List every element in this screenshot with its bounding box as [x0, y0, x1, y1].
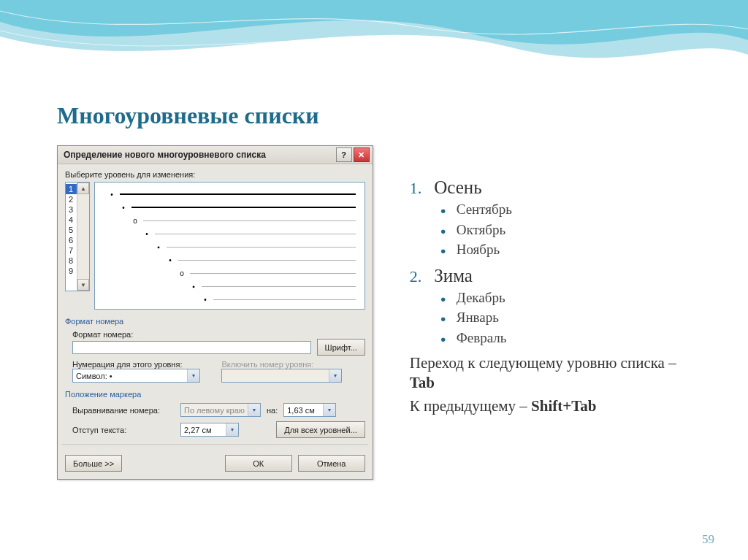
chevron-down-icon: ▾ — [187, 369, 199, 382]
at-spinner[interactable]: 1,63 см ▾ — [283, 403, 336, 417]
font-button[interactable]: Шрифт... — [317, 339, 365, 356]
level-scrollbar[interactable]: ▲ ▼ — [77, 183, 89, 291]
scroll-down-icon[interactable]: ▼ — [77, 279, 89, 291]
question-icon: ? — [341, 150, 346, 159]
chevron-down-icon: ▾ — [248, 404, 260, 416]
help-button[interactable]: ? — [336, 147, 352, 162]
number-format-group-label: Формат номера — [65, 317, 365, 326]
include-level-label: Включить номер уровня: — [221, 360, 365, 369]
all-levels-button[interactable]: Для всех уровней... — [276, 421, 365, 438]
list-subitem: Октябрь — [440, 220, 704, 240]
chevron-down-icon: ▾ — [329, 369, 341, 382]
close-icon: ✕ — [358, 150, 365, 160]
list-item: 1. Осень Сентябрь Октябрь Ноябрь — [410, 177, 704, 260]
align-combo[interactable]: По левому краю ▾ — [180, 403, 261, 417]
multilevel-list-dialog: Определение нового многоуровневого списк… — [57, 145, 373, 480]
more-button[interactable]: Больше >> — [65, 455, 122, 472]
number-format-input[interactable] — [72, 341, 311, 354]
level-listbox[interactable]: 1 2 3 4 5 6 7 8 9 ▲ ▼ — [65, 182, 90, 291]
ok-button[interactable]: ОК — [225, 455, 292, 472]
hint-next-level: Переход к следующему уровню списка – Tab — [410, 353, 704, 392]
list-subitem: Декабрь — [440, 288, 704, 308]
list-subitem: Февраль — [440, 328, 704, 348]
dialog-title: Определение нового многоуровневого списк… — [64, 150, 266, 160]
list-subitem: Сентябрь — [440, 199, 704, 220]
hint-prev-level: К предыдущему – Shift+Tab — [410, 396, 704, 415]
example-list: 1. Осень Сентябрь Октябрь Ноябрь 2. Зима… — [410, 177, 704, 348]
at-label: на: — [267, 406, 278, 415]
numbering-label: Нумерация для этого уровня: — [72, 360, 215, 369]
spinner-icon: ▾ — [226, 423, 238, 436]
numbering-combo[interactable]: Символ: • ▾ — [72, 369, 200, 383]
number-format-label: Формат номера: — [72, 330, 365, 339]
spinner-icon: ▾ — [323, 404, 335, 416]
close-button[interactable]: ✕ — [354, 147, 370, 162]
slide-title: Многоуровневые списки — [57, 102, 704, 129]
list-subitem: Ноябрь — [440, 239, 704, 260]
text-indent-spinner[interactable]: 2,27 см ▾ — [180, 423, 239, 437]
scroll-up-icon[interactable]: ▲ — [77, 183, 89, 194]
cancel-button[interactable]: Отмена — [298, 455, 365, 472]
select-level-label: Выберите уровень для изменения: — [65, 170, 365, 179]
divider — [62, 444, 368, 445]
include-level-combo: ▾ — [221, 369, 342, 383]
marker-position-group-label: Положение маркера — [65, 390, 365, 399]
dialog-titlebar[interactable]: Определение нового многоуровневого списк… — [58, 146, 373, 164]
list-item: 2. Зима Декабрь Январь Февраль — [410, 266, 704, 348]
list-subitem: Январь — [440, 307, 704, 328]
page-number: 59 — [702, 532, 714, 547]
text-indent-label: Отступ текста: — [72, 426, 175, 434]
align-label: Выравнивание номера: — [72, 406, 175, 415]
decorative-wave — [0, 0, 748, 80]
list-preview: • • o • ▪ • o ▪ • — [94, 182, 365, 310]
